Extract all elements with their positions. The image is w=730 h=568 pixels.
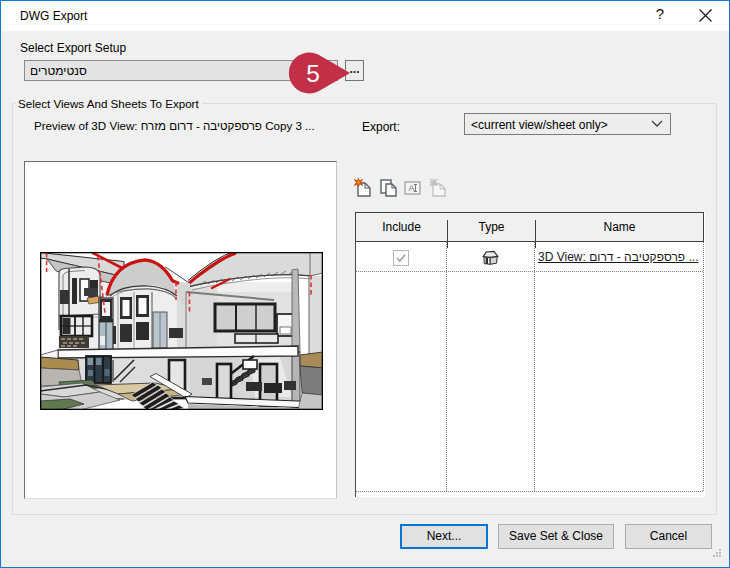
svg-text:A: A xyxy=(409,183,415,193)
svg-text:5: 5 xyxy=(306,60,320,87)
